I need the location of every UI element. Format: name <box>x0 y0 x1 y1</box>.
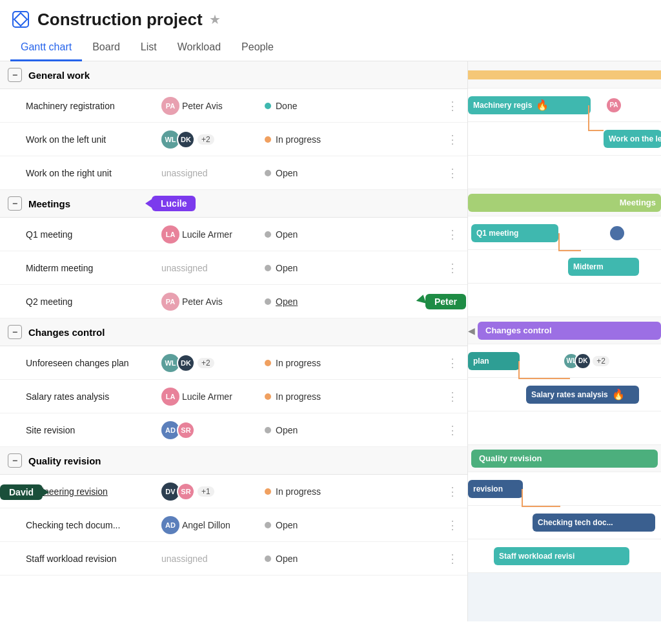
gantt-bar-q1: Q1 meeting <box>471 224 558 242</box>
more-button[interactable]: ⋮ <box>447 552 460 566</box>
lucile-tooltip: Lucile <box>152 196 196 211</box>
task-row: Staff workload revision unassigned Open … <box>0 542 467 576</box>
avatar: SR <box>177 483 195 501</box>
assignee-area: LA Lucile Armer <box>161 225 265 244</box>
task-row: Midterm meeting unassigned Open ⋮ <box>0 251 467 285</box>
gantt-bar-label: plan <box>473 357 489 366</box>
tab-list[interactable]: List <box>130 35 167 61</box>
status-dot <box>265 556 271 562</box>
status-text: Done <box>276 101 297 111</box>
task-row: Machinery registration PA Peter Avis Don… <box>0 89 467 123</box>
tab-people[interactable]: People <box>231 35 284 61</box>
status-dot <box>265 103 271 109</box>
gantt-row: Work on the lef <box>468 122 661 156</box>
task-row: Checking tech docum... AD Angel Dillon O… <box>0 508 467 542</box>
status-dot <box>265 488 271 495</box>
main-content: − General work Machinery registration PA… <box>0 61 661 621</box>
more-button[interactable]: ⋮ <box>447 423 460 437</box>
gantt-bar-label: Staff workload revisi <box>499 552 575 561</box>
assignee-area: PA Peter Avis <box>161 97 265 115</box>
status-dot <box>265 393 271 400</box>
group-general-work-label: General work <box>28 70 90 81</box>
task-name: Q2 meeting <box>26 296 161 307</box>
star-icon[interactable]: ★ <box>209 12 221 27</box>
group-meetings-label: Meetings <box>28 198 70 209</box>
collapse-quality[interactable]: − <box>8 453 22 468</box>
gantt-avatar: PA <box>605 97 622 114</box>
gantt-bar-machinery: Machinery regis 🔥 <box>468 96 591 114</box>
gantt-row: revision <box>468 472 661 506</box>
plus-badge: +2 <box>198 134 214 145</box>
status-text: Open <box>276 554 298 564</box>
tab-workload[interactable]: Workload <box>167 35 231 61</box>
plus-badge: +2 <box>593 356 609 366</box>
connector-line <box>588 105 589 130</box>
collapse-meetings[interactable]: − <box>8 196 22 211</box>
gantt-bar-label: Salary rates analysis <box>531 390 608 399</box>
status-area: Open <box>265 168 368 178</box>
more-button[interactable]: ⋮ <box>447 99 460 113</box>
more-button[interactable]: ⋮ <box>447 227 460 242</box>
gantt-bar-label: Machinery regis <box>473 101 532 110</box>
assignee-name: Peter Avis <box>182 296 223 307</box>
unassigned-label[interactable]: unassigned <box>161 554 208 564</box>
assignee-name: Peter Avis <box>182 101 223 111</box>
avatar: PA <box>161 293 179 311</box>
task-row: Q1 meeting LA Lucile Armer Open ⋮ <box>0 218 467 251</box>
gantt-bar-label: Quality revision <box>479 453 542 463</box>
status-text: Open <box>276 520 298 530</box>
status-text: In progress <box>276 134 321 145</box>
status-text: In progress <box>276 391 321 402</box>
more-button[interactable]: ⋮ <box>447 356 460 370</box>
svg-rect-0 <box>13 12 28 27</box>
gantt-avatar <box>609 225 625 242</box>
more-button[interactable]: ⋮ <box>447 166 460 180</box>
gantt-bar-label: Checking tech doc... <box>538 518 613 527</box>
assignee-name: Lucile Armer <box>182 391 232 402</box>
task-row: Work on the right unit unassigned Open ⋮ <box>0 156 467 190</box>
more-button[interactable]: ⋮ <box>447 390 460 404</box>
collapse-changes[interactable]: − <box>8 325 22 339</box>
more-button[interactable]: ⋮ <box>447 518 460 532</box>
task-name: Q1 meeting <box>26 229 161 240</box>
peter-arrow <box>416 293 429 304</box>
connector <box>558 250 581 251</box>
group-quality-label: Quality revision <box>28 455 101 466</box>
tab-gantt[interactable]: Gantt chart <box>10 35 82 61</box>
gantt-row <box>468 284 661 317</box>
tooltip-arrow <box>145 198 153 209</box>
assignee-area: unassigned <box>161 263 265 273</box>
assignee-area: AD Angel Dillon <box>161 516 265 534</box>
status-area: Open <box>265 263 368 273</box>
status-text: Open <box>276 263 298 273</box>
status-area: In progress <box>265 134 368 145</box>
gantt-row: plan WL DK +2 <box>468 344 661 378</box>
avatar: LA <box>161 225 179 244</box>
group-changes-control: − Changes control <box>0 318 467 346</box>
group-quality: − Quality revision <box>0 447 467 475</box>
gantt-row: Checking tech doc... <box>468 506 661 539</box>
nav-tabs: Gantt chart Board List Workload People <box>0 35 661 61</box>
unassigned-label[interactable]: unassigned <box>161 263 208 273</box>
more-button[interactable]: ⋮ <box>447 261 460 275</box>
status-dot <box>265 522 271 528</box>
more-button[interactable]: ⋮ <box>447 484 460 499</box>
avatar: AD <box>161 516 179 534</box>
collapse-general-work[interactable]: − <box>8 68 22 82</box>
status-text: Open <box>276 168 298 178</box>
assignee-name: Angel Dillon <box>182 520 230 530</box>
connector <box>522 506 560 507</box>
task-name: Staff workload revision <box>26 554 161 564</box>
connector-line <box>588 130 604 131</box>
tab-board[interactable]: Board <box>82 35 130 61</box>
gantt-bar-checking: Checking tech doc... <box>533 514 655 532</box>
assignee-area: unassigned <box>161 554 265 564</box>
task-name: Work on the right unit <box>26 168 161 178</box>
plus-badge: +1 <box>198 486 214 497</box>
scroll-arrow[interactable]: ◀ <box>468 326 475 336</box>
unassigned-label[interactable]: unassigned <box>161 168 208 178</box>
more-button[interactable]: ⋮ <box>447 132 460 147</box>
david-tooltip: David <box>0 484 43 500</box>
status-dot <box>265 136 271 143</box>
david-arrow <box>43 488 49 496</box>
